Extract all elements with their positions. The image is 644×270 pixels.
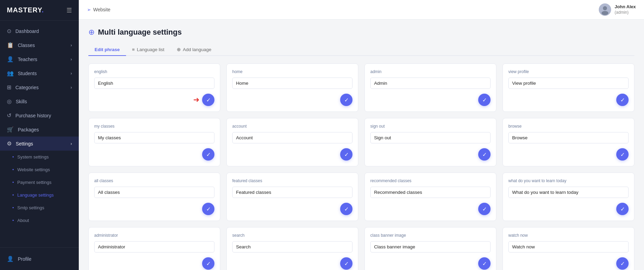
- phrase-card-recommended-classes: recommended classes ✓: [364, 173, 496, 221]
- sidebar-item-packages[interactable]: 🛒 Packages: [0, 122, 79, 137]
- phrase-label-sign-out: sign out: [370, 124, 491, 129]
- nav-icon-profile: 👤: [7, 256, 14, 262]
- phrase-input-account[interactable]: [232, 132, 352, 143]
- navigation-icon: ➢: [87, 7, 91, 12]
- phrase-label-administrator: administrator: [94, 233, 214, 238]
- phrase-input-featured-classes[interactable]: [232, 187, 352, 198]
- save-button-class-banner-image[interactable]: ✓: [478, 257, 491, 270]
- phrase-label-watch-now: watch now: [508, 233, 629, 238]
- phrase-label-english: english: [94, 69, 214, 74]
- nav-icon-teachers: 👤: [7, 56, 14, 62]
- tab-language-list[interactable]: ≡Language list: [126, 44, 171, 56]
- sidebar-sub-about[interactable]: About: [0, 214, 79, 227]
- save-button-admin[interactable]: ✓: [478, 94, 491, 106]
- avatar: [599, 3, 611, 16]
- save-button-all-classes[interactable]: ✓: [202, 203, 214, 215]
- sidebar-item-students[interactable]: 👥 Students ›: [0, 66, 79, 80]
- phrase-input-view-profile[interactable]: [508, 78, 629, 89]
- sidebar-item-categories[interactable]: ⊞ Categories ›: [0, 80, 79, 94]
- phrase-input-my-classes[interactable]: [94, 132, 214, 143]
- save-button-administrator[interactable]: ✓: [202, 257, 214, 270]
- nav-label-purchase-history: Purchase history: [15, 113, 51, 118]
- phrase-input-english[interactable]: [94, 78, 214, 89]
- sidebar-sub-language-settings[interactable]: Language settings: [0, 189, 79, 201]
- nav-icon-categories: ⊞: [7, 84, 11, 91]
- save-button-search[interactable]: ✓: [340, 257, 352, 270]
- sidebar-item-teachers[interactable]: 👤 Teachers ›: [0, 52, 79, 66]
- tab-label-add-language: Add language: [183, 47, 211, 52]
- phrase-input-admin[interactable]: [370, 78, 491, 89]
- tab-edit-phrase[interactable]: Edit phrase: [88, 44, 126, 56]
- save-button-browse[interactable]: ✓: [616, 148, 629, 161]
- sidebar-sub-payment-settings[interactable]: Payment settings: [0, 176, 79, 189]
- sidebar-item-classes[interactable]: 📋 Classes ›: [0, 38, 79, 52]
- sidebar-item-purchase-history[interactable]: ↺ Purchase history: [0, 108, 79, 122]
- topbar-breadcrumb: ➢ Website: [87, 7, 110, 12]
- phrase-card-class-banner-image: class banner image ✓: [364, 227, 496, 270]
- phrase-input-search[interactable]: [232, 241, 352, 253]
- hamburger-icon[interactable]: ☰: [66, 7, 72, 14]
- sidebar-item-settings[interactable]: ⚙ Settings ›: [0, 137, 79, 151]
- card-footer-recommended-classes: ✓: [370, 203, 491, 215]
- topbar-user: John Alex (admin): [599, 3, 636, 16]
- save-button-account[interactable]: ✓: [340, 148, 352, 161]
- phrase-card-browse: browse ✓: [503, 118, 634, 166]
- phrase-label-browse: browse: [508, 124, 629, 129]
- phrase-label-account: account: [232, 124, 352, 129]
- sidebar-sub-smtp-settings[interactable]: Smtp settings: [0, 201, 79, 214]
- save-button-recommended-classes[interactable]: ✓: [478, 203, 491, 215]
- topbar: ➢ Website John Alex (admin): [79, 0, 644, 20]
- logo-text: MASTERY.: [7, 6, 44, 14]
- cards-grid: english ➜ ✓ home ✓ admin ✓ view profile: [88, 63, 634, 270]
- sidebar-nav: ⊙ Dashboard 📋 Classes › 👤 Teachers › 👥 S…: [0, 21, 79, 247]
- sidebar-sub-system-settings[interactable]: System settings: [0, 151, 79, 163]
- save-button-english[interactable]: ✓: [202, 94, 214, 106]
- phrase-input-browse[interactable]: [508, 132, 629, 143]
- save-button-watch-now[interactable]: ✓: [616, 257, 629, 270]
- card-footer-search: ✓: [232, 257, 352, 270]
- phrase-input-class-banner-image[interactable]: [370, 241, 491, 253]
- card-footer-all-classes: ✓: [94, 203, 214, 215]
- save-button-featured-classes[interactable]: ✓: [340, 203, 352, 215]
- phrase-card-watch-now: watch now ✓: [503, 227, 634, 270]
- save-button-sign-out[interactable]: ✓: [478, 148, 491, 161]
- save-button-view-profile[interactable]: ✓: [616, 94, 629, 106]
- save-button-home[interactable]: ✓: [340, 94, 352, 106]
- phrase-card-featured-classes: featured classes ✓: [226, 173, 358, 221]
- phrase-input-sign-out[interactable]: [370, 132, 491, 143]
- nav-icon-students: 👥: [7, 70, 14, 77]
- nav-label-dashboard: Dashboard: [15, 28, 39, 34]
- save-button-my-classes[interactable]: ✓: [202, 148, 214, 161]
- nav-icon-settings: ⚙: [7, 140, 12, 147]
- phrase-input-what-do-you-want[interactable]: [508, 187, 629, 198]
- card-footer-account: ✓: [232, 148, 352, 161]
- card-footer-my-classes: ✓: [94, 148, 214, 161]
- sidebar-sub-website-settings[interactable]: Website settings: [0, 163, 79, 176]
- phrase-input-all-classes[interactable]: [94, 187, 214, 198]
- phrase-card-search: search ✓: [226, 227, 358, 270]
- tab-add-language[interactable]: ⊕Add language: [171, 44, 218, 56]
- card-footer-english: ➜ ✓: [94, 94, 214, 106]
- chevron-icon-teachers: ›: [71, 57, 72, 62]
- phrase-input-watch-now[interactable]: [508, 241, 629, 253]
- phrase-card-english: english ➜ ✓: [88, 63, 220, 112]
- phrase-input-home[interactable]: [232, 78, 352, 89]
- sidebar: MASTERY. ☰ ⊙ Dashboard 📋 Classes › 👤 Tea…: [0, 0, 79, 270]
- user-info: John Alex (admin): [615, 4, 636, 15]
- tab-label-language-list: Language list: [137, 47, 164, 52]
- phrase-card-what-do-you-want: what do you want to learn today ✓: [503, 173, 634, 221]
- phrase-input-administrator[interactable]: [94, 241, 214, 253]
- nav-label-categories: Categories: [15, 85, 39, 90]
- save-button-what-do-you-want[interactable]: ✓: [616, 203, 629, 215]
- sidebar-item-skills[interactable]: ◎ Skills: [0, 94, 79, 108]
- nav-label-students: Students: [18, 71, 37, 76]
- user-name: John Alex: [615, 4, 636, 10]
- sub-label-system-settings: System settings: [17, 154, 49, 160]
- sub-label-language-settings: Language settings: [17, 192, 54, 198]
- sidebar-item-dashboard[interactable]: ⊙ Dashboard: [0, 24, 79, 38]
- phrase-label-admin: admin: [370, 69, 491, 74]
- sub-label-payment-settings: Payment settings: [17, 180, 52, 185]
- sidebar-item-profile[interactable]: 👤 Profile: [0, 252, 79, 266]
- phrase-input-recommended-classes[interactable]: [370, 187, 491, 198]
- main-content: ➢ Website John Alex (admin) ⊕ Multi lang…: [79, 0, 644, 270]
